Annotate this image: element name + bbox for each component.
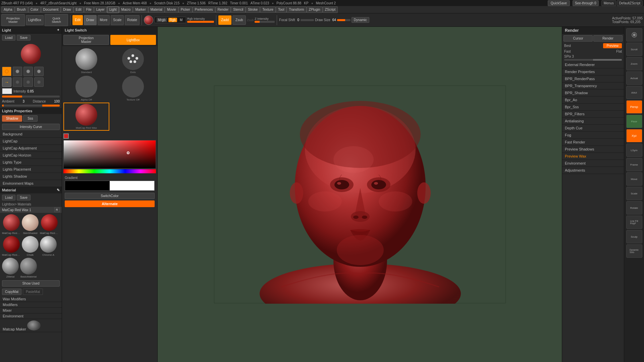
- menu-alpha[interactable]: Alpha: [1, 6, 15, 13]
- mat-item-5[interactable]: Chalk: [22, 236, 39, 256]
- mat-item-4[interactable]: MatCap Red Wax: [2, 236, 20, 256]
- rotate-btn[interactable]: Rotate: [626, 201, 642, 215]
- modifiers-item[interactable]: Modifiers: [0, 302, 62, 308]
- fog-item[interactable]: Fog: [562, 132, 624, 139]
- copy-mat-button[interactable]: CopyMat: [2, 289, 21, 295]
- mat-item-1[interactable]: MatCap Red Wax: [2, 214, 20, 235]
- preview-shadows-item[interactable]: Preview Shadows: [562, 146, 624, 153]
- rotate-button[interactable]: Rotate: [125, 15, 139, 25]
- m-label[interactable]: M: [178, 18, 184, 22]
- scroll-btn[interactable]: Scroll: [626, 43, 642, 56]
- menu-marker[interactable]: Marker: [133, 6, 148, 13]
- lightbox-button[interactable]: LightBox: [26, 15, 44, 25]
- linefill-btn[interactable]: Line FillPolyF: [626, 216, 642, 229]
- lightcap-item[interactable]: LightCap: [0, 138, 62, 145]
- sss-button[interactable]: Sss: [23, 115, 38, 122]
- mat-item-6[interactable]: Chrome A: [40, 236, 57, 256]
- more-button[interactable]: More: [98, 15, 110, 25]
- mat-item-8[interactable]: BasicMaterial: [20, 258, 37, 278]
- menu-layer[interactable]: Layer: [94, 6, 107, 13]
- mat-grid-dots[interactable]: Dots: [110, 48, 156, 74]
- render-tool-btn[interactable]: [626, 28, 642, 42]
- light-load-button[interactable]: Load: [2, 35, 15, 41]
- menu-movie[interactable]: Movie: [165, 6, 178, 13]
- depth-cue-item[interactable]: Depth Cue: [562, 125, 624, 132]
- menu-preferences[interactable]: Preferences: [193, 6, 215, 13]
- intensity-slider[interactable]: [2, 96, 60, 98]
- spix-slider[interactable]: [564, 59, 622, 61]
- adjustments-item[interactable]: Adjustments: [562, 167, 624, 174]
- render-button[interactable]: Render: [593, 35, 623, 42]
- edit-button[interactable]: Edit: [72, 15, 83, 25]
- menu-stencil[interactable]: Stencil: [231, 6, 246, 13]
- render-properties-item[interactable]: Render Properties: [562, 68, 624, 75]
- lightbox-materials[interactable]: Lightbox> Materials: [0, 202, 62, 207]
- mat-save-button[interactable]: Save: [17, 195, 31, 200]
- sculp-btn[interactable]: Sculp: [626, 230, 642, 243]
- menu-edit[interactable]: Edit: [73, 6, 84, 13]
- lights-type-item[interactable]: Lights Type: [0, 159, 62, 166]
- switch-color-button[interactable]: SwitchColor: [65, 193, 155, 199]
- zadd-button[interactable]: Zadd: [218, 15, 231, 25]
- cursor-button[interactable]: Cursor: [564, 35, 593, 42]
- light-btn-7[interactable]: [34, 77, 44, 87]
- aact-btn[interactable]: AAct: [626, 86, 642, 99]
- bpr-renderpass-item[interactable]: BPR_RenderPass: [562, 75, 624, 82]
- lightbox-tab[interactable]: LightBox: [110, 35, 156, 45]
- menu-color[interactable]: Color: [28, 6, 41, 13]
- focal-slider[interactable]: [301, 19, 314, 21]
- light-save-button[interactable]: Save: [17, 35, 31, 41]
- menu-zscript[interactable]: ZScript: [323, 6, 338, 13]
- mat-item-7[interactable]: ZMetal: [2, 258, 19, 278]
- frame-btn[interactable]: Frame: [626, 158, 642, 171]
- proj-master-tab[interactable]: ProjectionMaster: [63, 35, 109, 45]
- menu-document[interactable]: Document: [41, 6, 61, 13]
- lights-shadow-item[interactable]: Lights Shadow: [0, 173, 62, 180]
- menu-draw[interactable]: Draw: [61, 6, 73, 13]
- light-btn-6[interactable]: [23, 77, 33, 87]
- light-color-box[interactable]: [2, 88, 12, 94]
- menu-brush[interactable]: Brush: [15, 6, 28, 13]
- scale-button[interactable]: Scale: [111, 15, 124, 25]
- z-intensity-slider[interactable]: [255, 21, 275, 23]
- dynamic-solo-btn[interactable]: DynamicSolo: [626, 244, 642, 258]
- floor-btn[interactable]: Floor: [626, 115, 642, 128]
- menu-picker[interactable]: Picker: [178, 6, 193, 13]
- menu-file[interactable]: File: [84, 6, 94, 13]
- move-btn[interactable]: Move: [626, 172, 642, 186]
- menus-button[interactable]: Menus: [601, 0, 616, 6]
- light-arrow[interactable]: →: [2, 77, 11, 87]
- menu-tool[interactable]: Tool: [276, 6, 286, 13]
- wax-modifiers-item[interactable]: Wax Modifiers: [0, 296, 62, 302]
- draw-button[interactable]: Draw: [84, 15, 96, 25]
- menu-macro[interactable]: Macro: [119, 6, 133, 13]
- dynamic-button[interactable]: Dynamic: [352, 17, 369, 23]
- environment-maps-item[interactable]: Environment Maps: [0, 180, 62, 187]
- zsub-button[interactable]: Zsub: [232, 15, 246, 25]
- scale-btn[interactable]: Scale: [626, 187, 642, 200]
- lsym-btn[interactable]: LSym: [626, 143, 642, 157]
- see-through-control[interactable]: See-through 0: [573, 0, 599, 6]
- environment-item[interactable]: Environment: [0, 313, 62, 319]
- mixer-item[interactable]: Mixer: [0, 308, 62, 313]
- ambient-slider[interactable]: [2, 105, 60, 107]
- preview-wax-item[interactable]: Preview Wax: [562, 153, 624, 160]
- lights-placement-item[interactable]: Lights Placement: [0, 166, 62, 173]
- mat-item-2[interactable]: SkinShaded: [22, 214, 39, 235]
- shadow-button[interactable]: Shadow: [2, 115, 22, 122]
- menu-stroke[interactable]: Stroke: [246, 6, 260, 13]
- matcap-maker-item[interactable]: Matcap Maker: [0, 319, 62, 332]
- gradient-bar[interactable]: [65, 181, 155, 191]
- antialiasing-item[interactable]: Antialiasing: [562, 118, 624, 125]
- preview-button[interactable]: Preview: [603, 43, 622, 48]
- intensity-curve-button[interactable]: Intensity Curve: [2, 124, 60, 130]
- light-btn-1[interactable]: [2, 67, 11, 76]
- light-sphere[interactable]: [21, 44, 41, 64]
- brush-color-picker[interactable]: [144, 15, 153, 25]
- rgb-label[interactable]: Rgb: [168, 18, 177, 22]
- light-btn-5[interactable]: [13, 77, 22, 87]
- light-btn-2[interactable]: [13, 67, 22, 76]
- persp-btn[interactable]: Persp: [626, 100, 642, 114]
- hue-bar[interactable]: [63, 169, 156, 173]
- menu-texture[interactable]: Texture: [260, 6, 276, 13]
